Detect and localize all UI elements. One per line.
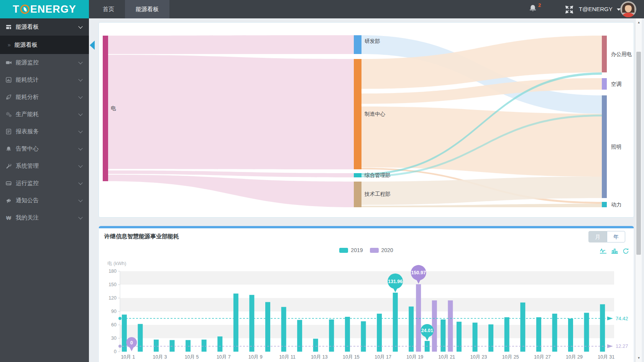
- megaphone-icon: [5, 197, 12, 204]
- scrollbar-thumb[interactable]: [636, 52, 641, 255]
- bar-2019[interactable]: [170, 340, 175, 352]
- dashboard-icon: [5, 24, 12, 30]
- wrench-icon: [5, 163, 12, 169]
- bar-2019[interactable]: [488, 324, 493, 352]
- report-icon: [5, 128, 12, 135]
- sidebar-item-0[interactable]: 能源监控: [0, 54, 89, 71]
- sidebar-item-6[interactable]: 系统管理: [0, 157, 89, 175]
- x-tick-label: 10月 5: [185, 354, 199, 360]
- sankey-node[interactable]: [602, 202, 607, 207]
- sankey-link[interactable]: [108, 55, 354, 169]
- bar-2019[interactable]: [568, 319, 573, 352]
- x-tick-label: 10月 13: [311, 354, 328, 360]
- bar-2019[interactable]: [281, 307, 286, 352]
- sidebar-item-8[interactable]: 通知公告: [0, 192, 89, 209]
- sidebar-item-7[interactable]: 运行监控: [0, 175, 89, 192]
- bar-2019[interactable]: [473, 323, 478, 352]
- sankey-link[interactable]: [108, 35, 354, 54]
- energy-consumption-panel: 许继信息智慧能源事业部能耗 月年 20192020: [99, 226, 634, 362]
- sankey-node[interactable]: [354, 182, 361, 207]
- y-tick-label: 120: [108, 295, 117, 301]
- sankey-node[interactable]: [602, 36, 607, 72]
- bar-2019[interactable]: [297, 320, 302, 352]
- x-tick-label: 10月 31: [598, 354, 614, 360]
- fullscreen-button[interactable]: [565, 5, 573, 14]
- scroll-up-icon[interactable]: ▲: [636, 19, 642, 26]
- sankey-node[interactable]: [602, 95, 607, 198]
- tab-0[interactable]: 首页: [92, 0, 125, 18]
- sankey-node[interactable]: [354, 173, 361, 177]
- bar-2019[interactable]: [313, 339, 318, 352]
- sidebar-item-1[interactable]: 能耗统计: [0, 71, 89, 88]
- y-tick-label: 180: [108, 269, 117, 274]
- bar-2019[interactable]: [217, 336, 222, 352]
- bar-2019[interactable]: [504, 317, 509, 352]
- sankey-chart: 电研发部制造中心综合管理部技术工程部办公用电空调照明动力: [99, 23, 634, 219]
- bar-2020[interactable]: [432, 300, 437, 352]
- bar-2020[interactable]: [416, 284, 421, 352]
- bar-2019[interactable]: [233, 293, 238, 352]
- x-tick-label: 10月 23: [470, 354, 487, 360]
- x-tick-label: 10月 21: [439, 354, 455, 360]
- sankey-node[interactable]: [354, 35, 361, 54]
- main-content: 电研发部制造中心综合管理部技术工程部办公用电空调照明动力 许继信息智慧能源事业部…: [89, 18, 644, 362]
- sidebar-item-5[interactable]: 告警中心: [0, 140, 89, 157]
- focus-icon: ₩: [5, 215, 12, 221]
- sankey-node[interactable]: [103, 36, 108, 181]
- chevron-down-icon: [78, 77, 82, 81]
- sankey-node[interactable]: [354, 59, 361, 169]
- bar-2019[interactable]: [329, 319, 334, 352]
- sankey-node-label: 研发部: [365, 38, 380, 44]
- main-scrollbar[interactable]: ▲ ▼: [635, 18, 642, 362]
- bar-2019[interactable]: [457, 322, 462, 352]
- bar-2019[interactable]: [202, 340, 207, 352]
- bar-2019[interactable]: [600, 304, 605, 352]
- sidebar-item-2[interactable]: 能耗分析: [0, 88, 89, 106]
- marker-balloon: 131.96: [388, 274, 403, 292]
- sankey-node-label: 电: [111, 105, 116, 111]
- sidebar-group-energy-dashboard[interactable]: 能源看板: [0, 18, 89, 36]
- sidebar-item-9[interactable]: ₩我的关注: [0, 209, 89, 226]
- chevron-down-icon: [78, 146, 82, 150]
- sidebar-item-3[interactable]: 生产能耗: [0, 106, 89, 123]
- sidebar-item-energy-dashboard-active[interactable]: » 能源看板: [0, 36, 89, 54]
- bar-2019[interactable]: [440, 319, 445, 352]
- user-avatar[interactable]: [620, 1, 636, 17]
- sankey-panel: 电研发部制造中心综合管理部技术工程部办公用电空调照明动力: [99, 22, 634, 218]
- bar-2019[interactable]: [520, 303, 525, 352]
- bar-2019[interactable]: [138, 324, 143, 352]
- bar-2020[interactable]: [448, 300, 453, 352]
- sankey-node[interactable]: [602, 78, 607, 90]
- account-menu[interactable]: T@ENERGY: [579, 0, 621, 18]
- camera-icon: [5, 59, 12, 66]
- fullscreen-icon: [565, 5, 573, 14]
- sankey-node-label: 技术工程部: [364, 191, 391, 197]
- tab-1[interactable]: 能源看板: [125, 0, 169, 18]
- x-tick-label: 10月 19: [406, 354, 423, 360]
- bar-2019[interactable]: [154, 340, 159, 352]
- sidebar-item-4[interactable]: 报表服务: [0, 123, 89, 140]
- account-label: T@ENERGY: [579, 6, 612, 12]
- bar-2019[interactable]: [393, 293, 398, 352]
- scroll-down-icon[interactable]: ▼: [636, 355, 642, 361]
- sidebar-item-label: 通知公告: [16, 197, 79, 204]
- x-tick-label: 10月 1: [121, 354, 135, 360]
- chevron-down-icon: [78, 180, 82, 185]
- sankey-link[interactable]: [361, 177, 602, 205]
- active-menu-arrow-icon: [90, 41, 95, 50]
- bar-2019[interactable]: [249, 295, 254, 352]
- y-tick-label: 150: [108, 282, 117, 287]
- avg-line-label: 12.27: [616, 343, 628, 349]
- avg-line-label: 74.42: [616, 316, 628, 321]
- bar-2019[interactable]: [265, 302, 270, 352]
- x-tick-label: 10月 15: [343, 354, 360, 360]
- sankey-link[interactable]: [108, 175, 354, 207]
- notification-button[interactable]: 2: [528, 3, 544, 15]
- notification-badge: 2: [538, 2, 541, 8]
- app-logo: T ENERGY: [0, 0, 89, 18]
- bar-2019[interactable]: [409, 306, 414, 352]
- bar-2019[interactable]: [186, 340, 191, 352]
- bar-2019[interactable]: [361, 321, 366, 352]
- svg-text:131.96: 131.96: [388, 279, 402, 284]
- bar-2019[interactable]: [536, 317, 541, 352]
